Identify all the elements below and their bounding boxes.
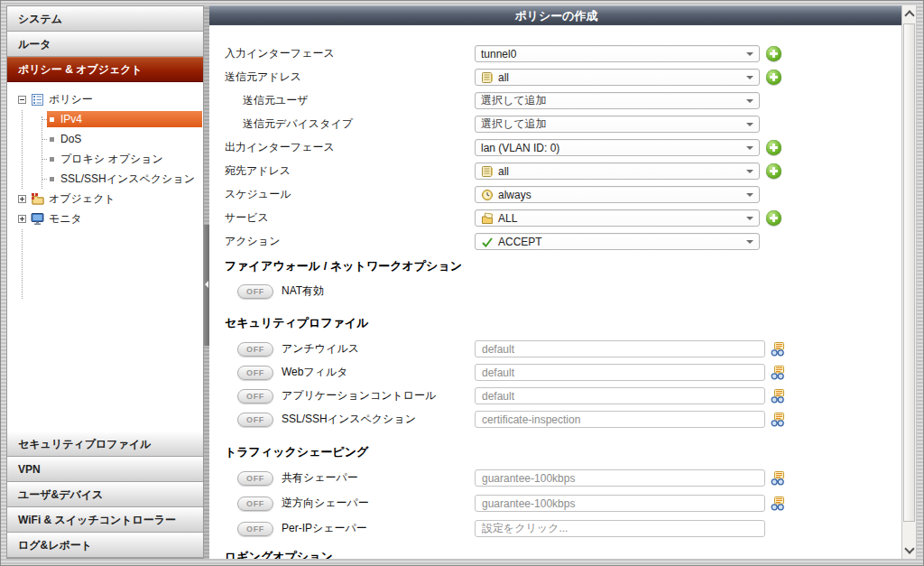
source-user-select[interactable]: 選択して追加 xyxy=(475,92,760,109)
field-label: スケジュール xyxy=(209,187,475,202)
add-button[interactable] xyxy=(766,46,781,61)
scroll-down-icon[interactable] xyxy=(902,543,916,558)
selected-value: ACCEPT xyxy=(498,236,742,248)
monitor-icon xyxy=(31,212,44,226)
sidebar-item-vpn[interactable]: VPN xyxy=(7,457,203,482)
tree-item-dos[interactable]: DoS xyxy=(42,129,203,149)
tree-item-ipv4[interactable]: IPv4 xyxy=(42,109,203,129)
app-control-toggle[interactable]: OFF xyxy=(237,389,273,404)
view-profile-icon[interactable] xyxy=(771,342,785,357)
tree-node-objects[interactable]: オブジェクト xyxy=(7,189,203,209)
view-profile-icon[interactable] xyxy=(771,366,785,380)
sidebar-item-user-device[interactable]: ユーザ&デバイス xyxy=(7,482,203,507)
policy-tree: ポリシー IPv4 DoS プロキシ オプション SSL/SSHインスペクション xyxy=(7,82,203,431)
schedule-row: スケジュール always xyxy=(209,186,903,203)
toggle-label: SSL/SSHインスペクション xyxy=(282,412,416,427)
field-label: 送信元ユーザ xyxy=(209,93,475,108)
schedule-select[interactable]: always xyxy=(475,186,760,203)
expand-expander-icon[interactable] xyxy=(18,215,26,223)
tree-node-policy[interactable]: ポリシー xyxy=(7,89,203,109)
shared-shaper-toggle[interactable]: OFF xyxy=(237,471,273,486)
outgoing-interface-row: 出力インターフェース lan (VLAN ID: 0) xyxy=(209,139,903,156)
sidebar-item-system[interactable]: システム xyxy=(7,6,203,32)
field-label: 出力インターフェース xyxy=(209,140,475,155)
tree-item-ssl-ssh-inspection[interactable]: SSL/SSHインスペクション xyxy=(42,169,203,189)
source-device-type-select[interactable]: 選択して追加 xyxy=(475,116,760,133)
incoming-interface-row: 入力インターフェース tunnel0 xyxy=(209,45,903,62)
sidebar-item-security-profiles[interactable]: セキュリティプロファイル xyxy=(7,431,203,457)
tree-node-label: オブジェクト xyxy=(49,191,116,207)
add-button[interactable] xyxy=(766,163,781,179)
view-profile-icon[interactable] xyxy=(771,471,785,486)
destination-address-select[interactable]: all xyxy=(475,162,760,180)
app-control-row: OFF アプリケーションコントロール xyxy=(209,387,903,404)
action-select[interactable]: ACCEPT xyxy=(475,233,760,250)
toggle-label: 共有シェーパー xyxy=(282,470,358,486)
tree-node-label: モニタ xyxy=(49,211,82,227)
chevron-down-icon xyxy=(746,76,753,79)
section-title-logging: ロギングオプション xyxy=(209,549,903,559)
add-button[interactable] xyxy=(766,70,781,85)
per-ip-shaper-row: OFF Per-IPシェーパー xyxy=(209,520,903,537)
sidebar-item-policy-objects[interactable]: ポリシー & オブジェクト xyxy=(7,57,203,82)
sidebar-item-wifi-switch[interactable]: WiFi & スイッチコントローラー xyxy=(7,507,203,533)
clock-icon xyxy=(481,189,494,201)
sidebar: システム ルータ ポリシー & オブジェクト ポリシー IPv4 DoS xyxy=(6,5,204,559)
selected-value: ALL xyxy=(498,212,742,225)
ssl-inspection-toggle[interactable]: OFF xyxy=(237,413,273,427)
webfilter-profile-input[interactable] xyxy=(475,364,765,381)
view-profile-icon[interactable] xyxy=(771,389,785,404)
tree-bullet xyxy=(50,137,54,142)
field-label: 宛先アドレス xyxy=(209,163,475,179)
tree-item-label: プロキシ オプション xyxy=(60,152,163,167)
selected-value: 選択して追加 xyxy=(481,93,742,108)
toggle-label: Per-IPシェーパー xyxy=(282,521,367,536)
selected-value: lan (VLAN ID: 0) xyxy=(481,142,742,154)
antivirus-profile-input[interactable] xyxy=(475,340,765,357)
toggle-label: アプリケーションコントロール xyxy=(282,388,436,404)
add-button[interactable] xyxy=(766,210,781,226)
reverse-shaper-toggle[interactable]: OFF xyxy=(237,496,273,511)
nat-toggle[interactable]: OFF xyxy=(237,284,273,299)
chevron-down-icon xyxy=(746,146,753,150)
source-user-row: 送信元ユーザ 選択して追加 xyxy=(209,92,903,109)
source-address-select[interactable]: all xyxy=(475,69,760,86)
vertical-scrollbar[interactable] xyxy=(901,5,917,559)
per-ip-shaper-toggle[interactable]: OFF xyxy=(237,522,273,536)
ssl-inspection-profile-input[interactable] xyxy=(475,411,765,428)
view-profile-icon[interactable] xyxy=(771,496,785,511)
tree-node-monitor[interactable]: モニタ xyxy=(7,209,203,228)
per-ip-shaper-input[interactable] xyxy=(475,520,765,537)
expand-expander-icon[interactable] xyxy=(18,195,26,203)
antivirus-toggle[interactable]: OFF xyxy=(237,342,273,357)
scrollbar-thumb[interactable] xyxy=(903,23,915,522)
tree-item-proxy-options[interactable]: プロキシ オプション xyxy=(42,149,203,169)
field-label: アクション xyxy=(209,234,475,249)
add-button[interactable] xyxy=(766,140,781,155)
ssl-inspection-row: OFF SSL/SSHインスペクション xyxy=(209,411,903,428)
tree-item-label: SSL/SSHインスペクション xyxy=(60,172,195,187)
policy-form: 入力インターフェース tunnel0 送信元アドレス all xyxy=(209,25,903,559)
objects-folder-icon xyxy=(31,192,44,206)
outgoing-interface-select[interactable]: lan (VLAN ID: 0) xyxy=(475,139,760,156)
incoming-interface-select[interactable]: tunnel0 xyxy=(475,45,760,62)
address-book-icon xyxy=(481,71,494,84)
tree-bullet xyxy=(50,117,54,122)
service-select[interactable]: ALL xyxy=(475,209,760,227)
section-title-security-profiles: セキュリティプロファイル xyxy=(209,315,903,331)
webfilter-toggle[interactable]: OFF xyxy=(237,366,273,380)
chevron-down-icon xyxy=(746,217,753,220)
tree-item-label: IPv4 xyxy=(60,113,82,125)
address-book-icon xyxy=(481,165,494,178)
scroll-up-icon[interactable] xyxy=(902,6,916,22)
selected-value: 選択して追加 xyxy=(481,116,742,132)
app-control-profile-input[interactable] xyxy=(475,387,765,404)
view-profile-icon[interactable] xyxy=(771,413,785,427)
shared-shaper-input[interactable] xyxy=(475,469,765,487)
reverse-shaper-input[interactable] xyxy=(475,495,765,512)
sidebar-item-log-report[interactable]: ログ&レポート xyxy=(7,533,203,558)
sidebar-item-router[interactable]: ルータ xyxy=(7,32,203,57)
service-icon xyxy=(481,212,494,225)
check-icon xyxy=(481,236,494,248)
collapse-expander-icon[interactable] xyxy=(18,96,26,104)
